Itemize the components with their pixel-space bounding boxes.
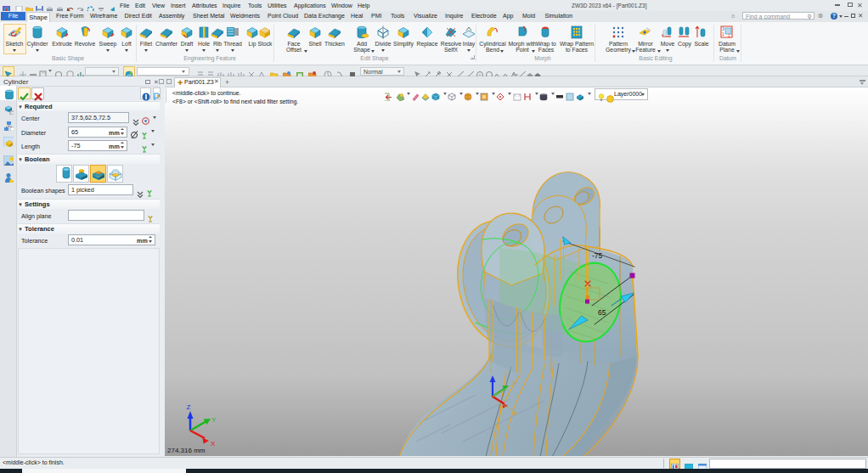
svg-text:Y: Y (211, 416, 217, 424)
svg-text:2: 2 (728, 33, 730, 38)
svg-text:-75: -75 (592, 251, 603, 260)
svg-text:1: 1 (722, 31, 724, 37)
svg-text:65: 65 (598, 308, 606, 317)
svg-text:Z: Z (187, 403, 191, 411)
svg-text:X: X (211, 440, 216, 448)
